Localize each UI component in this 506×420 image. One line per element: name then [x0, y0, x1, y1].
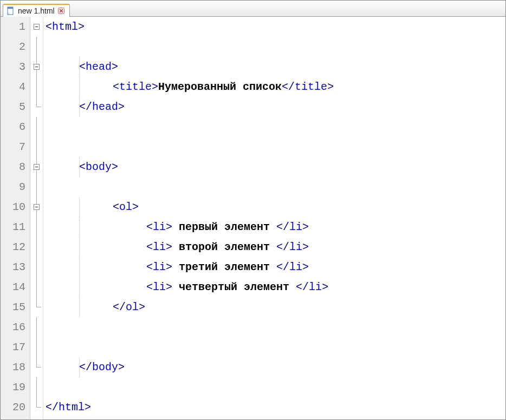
- token-bracket: </: [46, 401, 59, 414]
- token-bracket: </: [282, 81, 295, 93]
- token-text: Нумерованный список: [158, 81, 282, 93]
- token-tag: ol: [126, 301, 139, 313]
- token-bracket: <: [146, 281, 153, 293]
- line-number: 5: [1, 97, 25, 117]
- token-bracket: <: [113, 81, 119, 93]
- token-tag: head: [86, 61, 112, 73]
- code-area[interactable]: <html><head><title>Нумерованный список</…: [43, 17, 505, 419]
- token-bracket: </: [79, 101, 92, 113]
- code-line[interactable]: <ol>: [46, 197, 505, 217]
- token-bracket: </: [113, 301, 126, 313]
- fold-toggle-icon[interactable]: [34, 24, 40, 30]
- code-line[interactable]: [46, 117, 505, 137]
- line-number: 18: [1, 357, 25, 377]
- token-bracket: </: [79, 361, 92, 373]
- line-number: 19: [1, 377, 25, 397]
- token-bracket: </: [296, 281, 309, 293]
- code-line[interactable]: [46, 337, 505, 357]
- token-bracket: >: [327, 81, 334, 93]
- code-line[interactable]: [46, 317, 505, 337]
- token-bracket: <: [113, 201, 119, 213]
- token-tag: html: [52, 21, 78, 33]
- token-bracket: <: [146, 241, 153, 253]
- code-line[interactable]: </ol>: [46, 297, 505, 317]
- token-bracket: >: [118, 101, 125, 113]
- token-bracket: >: [166, 241, 172, 253]
- line-number: 2: [1, 37, 25, 57]
- token-tag: li: [309, 281, 322, 293]
- token-bracket: <: [79, 61, 86, 73]
- file-tab[interactable]: new 1.html: [3, 4, 70, 17]
- token-tag: title: [295, 81, 327, 93]
- tab-filename: new 1.html: [18, 6, 55, 15]
- code-line[interactable]: <title>Нумерованный список</title>: [46, 77, 505, 97]
- code-line[interactable]: [46, 177, 505, 197]
- code-line[interactable]: [46, 377, 505, 397]
- code-line[interactable]: </head>: [46, 97, 505, 117]
- code-line[interactable]: <body>: [46, 157, 505, 177]
- code-line[interactable]: </body>: [46, 357, 505, 377]
- line-number: 7: [1, 137, 25, 157]
- line-number: 10: [1, 197, 25, 217]
- token-tag: li: [289, 221, 302, 233]
- fold-column[interactable]: [30, 17, 43, 419]
- editor-window: new 1.html 12345678910111213141516171819…: [0, 0, 506, 420]
- token-bracket: >: [152, 81, 158, 93]
- token-bracket: >: [112, 61, 118, 73]
- token-bracket: >: [322, 281, 328, 293]
- token-bracket: </: [276, 221, 289, 233]
- fold-cell[interactable]: [30, 197, 43, 217]
- close-icon[interactable]: [57, 7, 65, 15]
- line-number: 3: [1, 57, 25, 77]
- code-line[interactable]: <head>: [46, 57, 505, 77]
- token-bracket: >: [112, 161, 118, 173]
- code-line[interactable]: <li> второй элемент </li>: [46, 237, 505, 257]
- line-number: 8: [1, 157, 25, 177]
- code-line[interactable]: </html>: [46, 397, 505, 417]
- token-tag: li: [289, 261, 302, 273]
- line-number-gutter: 1234567891011121314151617181920: [1, 17, 30, 419]
- code-line[interactable]: [46, 137, 505, 157]
- fold-cell[interactable]: [30, 57, 43, 77]
- fold-toggle-icon[interactable]: [34, 64, 40, 70]
- token-bracket: <: [79, 161, 86, 173]
- fold-cell: [30, 277, 43, 297]
- fold-cell: [30, 77, 43, 97]
- line-number: 20: [1, 397, 25, 417]
- file-icon: [7, 6, 15, 15]
- token-tag: body: [92, 361, 118, 373]
- code-line[interactable]: <li> четвертый элемент </li>: [46, 277, 505, 297]
- fold-toggle-icon[interactable]: [34, 164, 40, 170]
- fold-cell[interactable]: [30, 17, 43, 37]
- code-line[interactable]: <html>: [46, 17, 505, 37]
- token-tag: li: [153, 221, 166, 233]
- line-number: 1: [1, 17, 25, 37]
- token-bracket: >: [85, 401, 91, 414]
- code-line[interactable]: [46, 37, 505, 57]
- token-tag: ol: [119, 201, 132, 213]
- fold-cell: [30, 397, 43, 417]
- fold-cell: [30, 257, 43, 277]
- code-line[interactable]: <li> третий элемент </li>: [46, 257, 505, 277]
- fold-toggle-icon[interactable]: [34, 204, 40, 210]
- code-line[interactable]: <li> первый элемент </li>: [46, 217, 505, 237]
- line-number: 6: [1, 117, 25, 137]
- editor-area[interactable]: 1234567891011121314151617181920 <html><h…: [1, 17, 505, 419]
- line-number: 12: [1, 237, 25, 257]
- fold-cell: [30, 37, 43, 57]
- fold-cell[interactable]: [30, 157, 43, 177]
- fold-cell: [30, 237, 43, 257]
- line-number: 16: [1, 317, 25, 337]
- fold-cell: [30, 117, 43, 137]
- token-bracket: </: [276, 261, 289, 273]
- line-number: 4: [1, 77, 25, 97]
- token-bracket: </: [276, 241, 289, 253]
- token-bracket: >: [166, 221, 172, 233]
- fold-cell: [30, 137, 43, 157]
- token-bracket: <: [146, 221, 153, 233]
- token-bracket: >: [166, 261, 172, 273]
- token-tag: body: [86, 161, 112, 173]
- token-tag: li: [153, 281, 166, 293]
- svg-rect-1: [8, 7, 13, 9]
- token-bracket: >: [302, 221, 309, 233]
